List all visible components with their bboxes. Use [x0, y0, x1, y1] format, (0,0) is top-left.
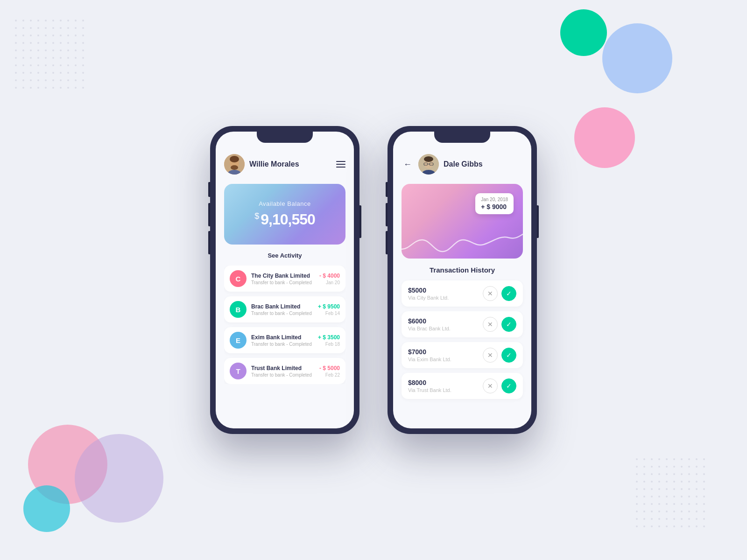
tx-info-exim: Exim Bank Limited Transfer to bank - Com… [251, 334, 313, 347]
phones-wrapper: Willie Morales Available Balance $9,10,5… [210, 126, 537, 434]
phone1-header-left: Willie Morales [224, 154, 299, 175]
transaction-item-brac[interactable]: B Brac Bank Limited Transfer to bank - C… [224, 296, 345, 322]
phone2-btn-power [537, 205, 539, 238]
tx-name-trust: Trust Bank Limited [251, 365, 315, 371]
history-left-8000: $8000 Via Trust Bank Ltd. [408, 379, 451, 393]
h-via-7000: Via Exim Bank Ltd. [408, 357, 451, 362]
tx-name-exim: Exim Bank Limited [251, 334, 313, 341]
tx-info-brac: Brac Bank Limited Transfer to bank - Com… [251, 303, 313, 316]
history-left-7000: $7000 Via Exim Bank Ltd. [408, 348, 451, 362]
transaction-item-city[interactable]: C The City Bank Limited Transfer to bank… [224, 266, 345, 292]
tx-sub-trust: Transfer to bank - Completed [251, 372, 315, 378]
red-circle-decoration [574, 107, 635, 168]
phone1-screen: Willie Morales Available Balance $9,10,5… [216, 132, 354, 428]
transaction-item-trust[interactable]: T Trust Bank Limited Transfer to bank - … [224, 358, 345, 384]
menu-button[interactable] [336, 161, 345, 168]
phone2-content: ← [393, 132, 531, 428]
reject-btn-6000[interactable]: ✕ [483, 317, 498, 332]
h-amount-8000: $8000 [408, 379, 451, 386]
tx-info-city: The City Bank Limited Transfer to bank -… [251, 273, 315, 285]
h-via-6000: Via Brac Bank Ltd. [408, 326, 451, 331]
tx-icon-city: C [230, 270, 247, 287]
h-via-8000: Via Trust Bank Ltd. [408, 387, 451, 393]
history-item-5000[interactable]: $5000 Via City Bank Ltd. ✕ ✓ [402, 280, 523, 307]
tx-name-brac: Brac Bank Limited [251, 303, 313, 310]
tx-date-exim: Feb 18 [318, 342, 340, 347]
tx-icon-brac: B [230, 301, 247, 318]
reject-btn-7000[interactable]: ✕ [483, 348, 498, 363]
svg-point-6 [230, 156, 239, 162]
tx-amount-trust: - $ 5000 [319, 365, 340, 371]
balance-label: Available Balance [259, 200, 311, 207]
chart-tooltip-date: Jan 20, 2018 [481, 197, 508, 202]
svg-rect-3 [635, 457, 710, 532]
accept-btn-8000[interactable]: ✓ [501, 378, 516, 393]
balance-card: Available Balance $9,10,550 [224, 184, 345, 245]
reject-btn-8000[interactable]: ✕ [483, 378, 498, 393]
phone1-btn-vol-up [208, 203, 210, 226]
phone2-header: ← [402, 154, 523, 175]
blue-circle-decoration [602, 23, 672, 93]
balance-amount: $9,10,550 [254, 211, 315, 228]
history-actions-7000: ✕ ✓ [483, 348, 516, 363]
pink-circle-decoration [28, 425, 107, 504]
phone1-content: Willie Morales Available Balance $9,10,5… [216, 132, 354, 428]
phone1-btn-vol-down [208, 231, 210, 254]
chart-tooltip: Jan 20, 2018 + $ 9000 [475, 193, 514, 214]
tx-name-city: The City Bank Limited [251, 273, 315, 279]
tx-date-brac: Feb 14 [318, 311, 340, 316]
chart-card: Jan 20, 2018 + $ 9000 [402, 184, 523, 259]
phone1-header: Willie Morales [224, 154, 345, 175]
phone2-btn-mute [386, 182, 388, 197]
tx-amount-exim: + $ 3500 [318, 334, 340, 341]
purple-circle-decoration [75, 434, 163, 523]
tx-right-city: - $ 4000 Jan 20 [319, 273, 340, 285]
accept-btn-6000[interactable]: ✓ [501, 317, 516, 332]
phone2-header-left: ← [402, 154, 483, 175]
phone1-btn-power [359, 205, 361, 238]
back-button[interactable]: ← [402, 158, 414, 171]
history-actions-6000: ✕ ✓ [483, 317, 516, 332]
balance-value: 9,10,550 [261, 211, 315, 228]
svg-point-11 [424, 156, 433, 162]
chart-line-svg [402, 221, 523, 259]
tx-sub-brac: Transfer to bank - Completed [251, 311, 313, 316]
svg-point-7 [231, 165, 238, 170]
history-actions-8000: ✕ ✓ [483, 378, 516, 393]
tx-icon-trust: T [230, 363, 247, 379]
history-list: $5000 Via City Bank Ltd. ✕ ✓ $6000 Via B… [402, 280, 523, 399]
transaction-list: C The City Bank Limited Transfer to bank… [224, 266, 345, 384]
history-item-7000[interactable]: $7000 Via Exim Bank Ltd. ✕ ✓ [402, 342, 523, 368]
dot-grid-tl [14, 19, 89, 93]
dale-avatar [418, 154, 439, 175]
tx-right-brac: + $ 9500 Feb 14 [318, 303, 340, 316]
dot-grid-br [635, 457, 710, 532]
reject-btn-5000[interactable]: ✕ [483, 286, 498, 301]
tx-date-trust: Feb 22 [319, 372, 340, 378]
teal2-circle-decoration [23, 485, 70, 532]
menu-line2 [336, 164, 345, 165]
tx-sub-city: Transfer to bank - Completed [251, 280, 315, 285]
dale-name: Dale Gibbs [444, 160, 483, 168]
willie-name: Willie Morales [249, 160, 299, 168]
chart-tooltip-amount: + $ 9000 [481, 203, 508, 210]
h-amount-7000: $7000 [408, 348, 451, 356]
phone2-screen: ← [393, 132, 531, 428]
transaction-item-exim[interactable]: E Exim Bank Limited Transfer to bank - C… [224, 327, 345, 353]
phone-1: Willie Morales Available Balance $9,10,5… [210, 126, 359, 434]
h-amount-5000: $5000 [408, 287, 449, 294]
accept-btn-5000[interactable]: ✓ [501, 286, 516, 301]
history-left-5000: $5000 Via City Bank Ltd. [408, 287, 449, 301]
history-item-6000[interactable]: $6000 Via Brac Bank Ltd. ✕ ✓ [402, 311, 523, 337]
teal-circle-decoration [560, 9, 607, 56]
phone1-btn-mute [208, 182, 210, 197]
history-item-8000[interactable]: $8000 Via Trust Bank Ltd. ✕ ✓ [402, 373, 523, 399]
tx-sub-exim: Transfer to bank - Completed [251, 342, 313, 347]
phone2-notch [434, 132, 490, 143]
see-activity-link[interactable]: See Activity [224, 252, 345, 259]
phone2-btn-vol-up [386, 203, 388, 226]
transaction-history-title: Transaction History [402, 266, 523, 274]
accept-btn-7000[interactable]: ✓ [501, 348, 516, 363]
h-amount-6000: $6000 [408, 317, 451, 325]
h-via-5000: Via City Bank Ltd. [408, 295, 449, 301]
